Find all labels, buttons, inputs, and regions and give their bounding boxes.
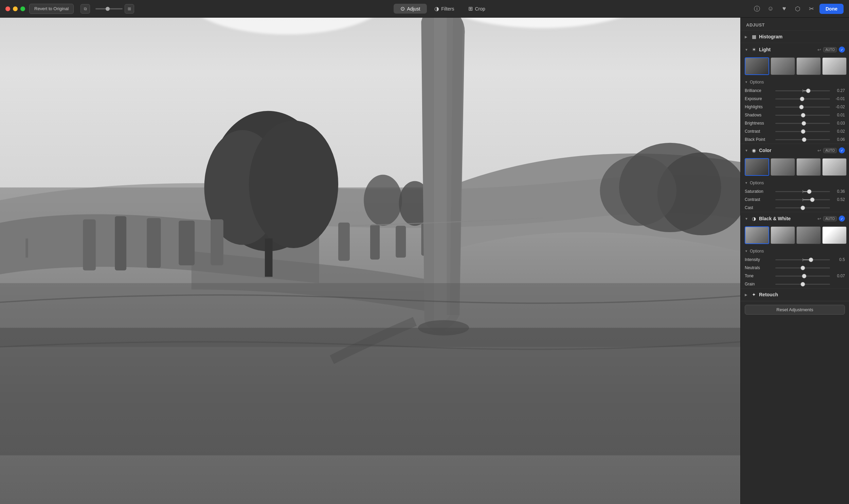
slider-thumb[interactable] <box>800 97 804 101</box>
slider-track[interactable] <box>775 275 830 276</box>
color-undo-icon[interactable]: ↩ <box>817 148 821 153</box>
more-button[interactable]: ✂ <box>806 3 817 14</box>
slider-thumb[interactable] <box>810 198 815 202</box>
slider-row: Shadows0.01 <box>741 111 849 119</box>
light-section: ▼ ☀ Light ↩ AUTO ✓ ▼ Options <box>741 43 849 144</box>
reset-button[interactable]: Reset Adjustments <box>745 305 845 314</box>
bw-options-header[interactable]: ▼ Options <box>741 247 849 255</box>
light-actions: ↩ AUTO ✓ <box>817 47 845 53</box>
color-header[interactable]: ▼ ◉ Color ↩ AUTO ✓ <box>741 144 849 157</box>
light-check[interactable]: ✓ <box>839 47 845 53</box>
bw-preview-strip <box>741 225 849 247</box>
light-undo-icon[interactable]: ↩ <box>817 47 821 52</box>
slider-value: 0.03 <box>833 121 845 126</box>
color-title: Color <box>759 148 815 153</box>
slider-thumb[interactable] <box>800 282 805 286</box>
slider-thumb[interactable] <box>807 190 811 194</box>
photo-canvas <box>0 18 740 504</box>
zoom-fit-button[interactable]: ⊞ <box>125 4 134 14</box>
bw-options-chevron: ▼ <box>745 250 748 253</box>
histogram-header[interactable]: ▶ ▦ Histogram <box>741 31 849 43</box>
slider-thumb[interactable] <box>800 206 805 210</box>
info-button[interactable]: ⓘ <box>751 3 762 14</box>
color-thumb-4[interactable] <box>822 158 847 176</box>
svg-rect-20 <box>179 221 195 265</box>
slider-track[interactable] <box>775 259 830 260</box>
slider-track[interactable] <box>775 191 830 192</box>
slider-thumb[interactable] <box>801 113 806 118</box>
titlebar-right: ⓘ ☺ ♥ ⬡ ✂ Done <box>751 3 844 14</box>
slider-track[interactable] <box>775 107 830 108</box>
color-section: ▼ ◉ Color ↩ AUTO ✓ ▼ Options Saturation0 <box>741 144 849 212</box>
light-thumb-1[interactable] <box>745 57 769 75</box>
revert-button[interactable]: Revert to Original <box>29 4 74 14</box>
bw-thumb-1[interactable] <box>745 227 769 244</box>
retouch-title: Retouch <box>759 292 845 297</box>
slider-label: Black Point <box>745 137 773 142</box>
retouch-header[interactable]: ▶ ✦ Retouch <box>741 288 849 301</box>
close-button[interactable] <box>5 6 10 11</box>
slider-track[interactable] <box>775 123 830 124</box>
light-auto-badge[interactable]: AUTO <box>823 47 837 52</box>
tab-crop[interactable]: ⊞ Crop <box>461 4 492 14</box>
favorite-button[interactable]: ♥ <box>779 3 790 14</box>
slider-value: -0.02 <box>833 105 845 109</box>
slider-track[interactable] <box>775 90 830 91</box>
tab-filters[interactable]: ◑ Filters <box>427 4 461 14</box>
panel-header: ADJUST <box>741 18 849 31</box>
bw-undo-icon[interactable]: ↩ <box>817 216 821 221</box>
slider-track[interactable] <box>775 267 830 268</box>
bw-thumb-3[interactable] <box>796 227 821 244</box>
color-thumb-2[interactable] <box>771 158 795 176</box>
slider-thumb[interactable] <box>802 138 807 142</box>
face-button[interactable]: ☺ <box>765 3 776 14</box>
slider-row: Contrast0.52 <box>741 196 849 204</box>
light-thumb-4[interactable] <box>822 57 847 75</box>
slider-thumb[interactable] <box>801 129 806 134</box>
slider-thumb[interactable] <box>809 257 813 262</box>
slider-row: Neutrals <box>741 264 849 272</box>
bw-thumb-4[interactable] <box>822 227 847 244</box>
slider-thumb[interactable] <box>801 121 806 126</box>
light-thumb-2[interactable] <box>771 57 795 75</box>
color-options-label: Options <box>750 181 764 185</box>
bw-check[interactable]: ✓ <box>839 216 845 222</box>
share-button[interactable]: ⬡ <box>792 3 803 14</box>
color-thumb-3[interactable] <box>796 158 821 176</box>
color-auto-badge[interactable]: AUTO <box>823 148 837 153</box>
slider-label: Intensity <box>745 257 773 262</box>
light-icon: ☀ <box>751 47 757 52</box>
bw-thumb-2[interactable] <box>771 227 795 244</box>
maximize-button[interactable] <box>20 6 25 11</box>
main-content: ADJUST ▶ ▦ Histogram ▼ ☀ Light ↩ AUTO ✓ <box>0 18 849 504</box>
light-thumb-3[interactable] <box>796 57 821 75</box>
slider-label: Contrast <box>745 129 773 134</box>
color-thumb-1[interactable] <box>745 158 769 176</box>
color-options-header[interactable]: ▼ Options <box>741 179 849 187</box>
slider-track[interactable] <box>775 139 830 140</box>
bw-sliders: Intensity0.5NeutralsTone0.07Grain <box>741 255 849 288</box>
filters-icon: ◑ <box>434 5 439 12</box>
slider-thumb[interactable] <box>802 274 807 278</box>
slider-track[interactable] <box>775 131 830 132</box>
slider-label: Contrast <box>745 197 773 202</box>
slider-track[interactable] <box>775 98 830 100</box>
slider-thumb[interactable] <box>800 266 805 270</box>
light-header[interactable]: ▼ ☀ Light ↩ AUTO ✓ <box>741 43 849 56</box>
done-button[interactable]: Done <box>819 4 844 14</box>
zoom-slider[interactable] <box>95 8 123 10</box>
color-check[interactable]: ✓ <box>839 147 845 154</box>
slider-track[interactable] <box>775 199 830 200</box>
bw-header[interactable]: ▼ ◑ Black & White ↩ AUTO ✓ <box>741 212 849 225</box>
split-view-button[interactable]: ⧉ <box>81 4 90 14</box>
slider-thumb[interactable] <box>799 105 804 109</box>
slider-row: Saturation0.36 <box>741 187 849 196</box>
minimize-button[interactable] <box>13 6 18 11</box>
bw-auto-badge[interactable]: AUTO <box>823 216 837 221</box>
slider-thumb[interactable] <box>806 89 810 93</box>
light-options-header[interactable]: ▼ Options <box>741 78 849 87</box>
slider-track[interactable] <box>775 208 830 209</box>
slider-track[interactable] <box>775 284 830 285</box>
tab-adjust[interactable]: ⊙ Adjust <box>394 4 427 14</box>
slider-track[interactable] <box>775 115 830 116</box>
